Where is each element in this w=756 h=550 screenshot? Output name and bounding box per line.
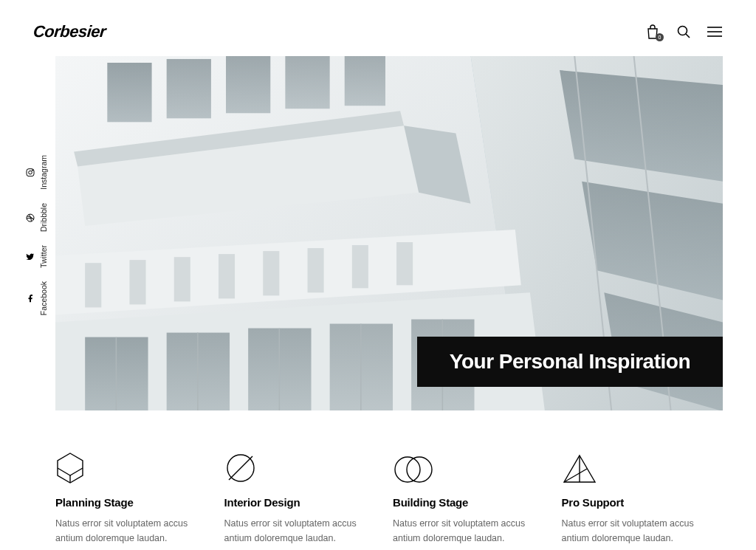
feature-item: Pro Support Natus error sit voluptatem a… <box>562 450 701 546</box>
svg-rect-28 <box>352 245 368 288</box>
social-label: Facebook <box>39 281 48 315</box>
social-label: Dribbble <box>39 203 48 232</box>
search-icon <box>676 24 691 39</box>
social-link-instagram[interactable]: Instagram <box>25 155 48 190</box>
svg-point-43 <box>32 170 32 171</box>
feature-title: Pro Support <box>562 496 701 509</box>
site-header: Corbesier 0 <box>0 0 756 56</box>
hamburger-icon <box>707 27 722 37</box>
svg-rect-19 <box>285 56 329 109</box>
svg-point-0 <box>678 27 687 35</box>
svg-rect-18 <box>226 56 270 113</box>
svg-rect-24 <box>174 257 190 301</box>
cart-count-badge: 0 <box>656 33 664 41</box>
feature-title: Interior Design <box>224 496 364 509</box>
triangle-icon <box>562 450 701 484</box>
svg-rect-22 <box>85 263 101 307</box>
svg-rect-26 <box>263 251 279 295</box>
instagram-icon <box>25 168 35 177</box>
svg-point-49 <box>395 457 420 482</box>
header-actions: 0 <box>645 24 723 40</box>
feature-desc: Natus error sit voluptatem accus antium … <box>224 516 364 546</box>
svg-rect-29 <box>396 242 413 285</box>
overlap-circles-icon <box>393 450 532 484</box>
features-section: Planning Stage Natus error sit voluptate… <box>0 410 756 546</box>
social-label: Twitter <box>39 245 48 268</box>
feature-item: Building Stage Natus error sit voluptate… <box>393 450 532 546</box>
feature-desc: Natus error sit voluptatem accus antium … <box>55 516 195 546</box>
hero-section: Your Personal Inspiration <box>55 56 723 410</box>
svg-rect-20 <box>345 56 385 106</box>
feature-title: Building Stage <box>393 496 532 509</box>
hero-title: Your Personal Inspiration <box>450 350 690 374</box>
svg-point-50 <box>407 457 432 482</box>
circle-slash-icon <box>224 450 364 484</box>
feature-title: Planning Stage <box>55 496 195 509</box>
social-rail: Instagram Dribbble Twitter Facebook <box>25 155 48 315</box>
cart-button[interactable]: 0 <box>645 24 661 40</box>
feature-item: Interior Design Natus error sit voluptat… <box>224 450 364 546</box>
social-label: Instagram <box>39 155 48 190</box>
svg-rect-23 <box>129 260 145 304</box>
svg-line-48 <box>229 456 252 480</box>
twitter-icon <box>25 252 35 261</box>
logo[interactable]: Corbesier <box>32 22 106 41</box>
search-button[interactable] <box>676 24 692 40</box>
menu-button[interactable] <box>707 24 723 40</box>
social-link-facebook[interactable]: Facebook <box>25 281 48 315</box>
svg-line-1 <box>686 34 690 38</box>
svg-rect-16 <box>107 63 151 122</box>
svg-rect-17 <box>167 59 211 118</box>
svg-rect-27 <box>308 248 324 292</box>
facebook-icon <box>25 293 35 303</box>
svg-rect-25 <box>219 254 235 298</box>
svg-point-42 <box>28 171 32 174</box>
feature-item: Planning Stage Natus error sit voluptate… <box>55 450 195 546</box>
dribbble-icon <box>25 213 35 222</box>
feature-desc: Natus error sit voluptatem accus antium … <box>562 516 701 546</box>
hexagon-icon <box>55 450 195 484</box>
social-link-twitter[interactable]: Twitter <box>25 245 48 268</box>
feature-desc: Natus error sit voluptatem accus antium … <box>393 516 532 546</box>
social-link-dribbble[interactable]: Dribbble <box>25 203 48 232</box>
hero-title-banner: Your Personal Inspiration <box>417 337 723 387</box>
